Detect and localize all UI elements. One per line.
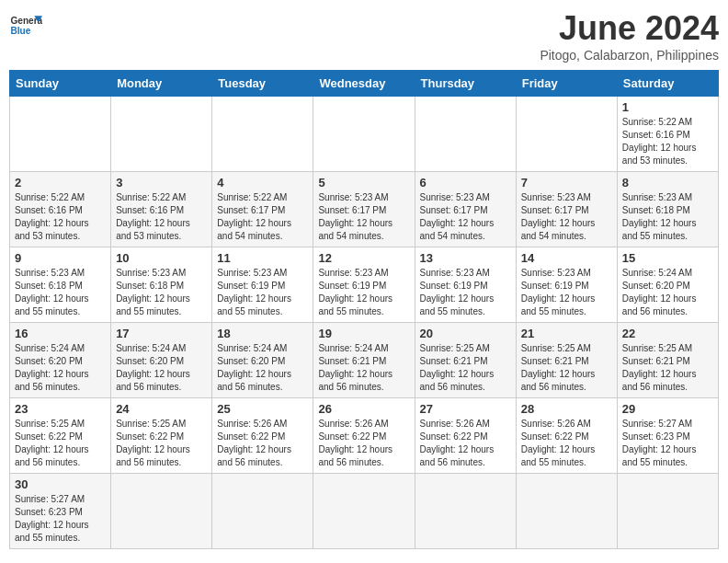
day-number: 16: [15, 327, 106, 340]
day-info: Sunrise: 5:23 AM Sunset: 6:17 PM Dayligh…: [420, 191, 511, 243]
calendar-cell: 27Sunrise: 5:26 AM Sunset: 6:22 PM Dayli…: [415, 398, 516, 474]
calendar-cell: 26Sunrise: 5:26 AM Sunset: 6:22 PM Dayli…: [313, 398, 415, 474]
title-area: June 2024 Pitogo, Calabarzon, Philippine…: [540, 9, 719, 63]
calendar-cell: [212, 97, 313, 172]
calendar-cell: 20Sunrise: 5:25 AM Sunset: 6:21 PM Dayli…: [415, 323, 516, 398]
calendar-cell: 29Sunrise: 5:27 AM Sunset: 6:23 PM Dayli…: [617, 398, 718, 474]
calendar-cell: [415, 97, 516, 172]
day-number: 18: [217, 327, 308, 340]
day-info: Sunrise: 5:24 AM Sunset: 6:20 PM Dayligh…: [217, 342, 308, 394]
day-info: Sunrise: 5:24 AM Sunset: 6:21 PM Dayligh…: [318, 342, 409, 394]
day-number: 7: [521, 176, 612, 190]
calendar-cell: 6Sunrise: 5:23 AM Sunset: 6:17 PM Daylig…: [415, 172, 516, 247]
day-number: 25: [217, 402, 308, 416]
day-info: Sunrise: 5:24 AM Sunset: 6:20 PM Dayligh…: [116, 342, 207, 394]
location-subtitle: Pitogo, Calabarzon, Philippines: [540, 48, 719, 63]
calendar-cell: 30Sunrise: 5:27 AM Sunset: 6:23 PM Dayli…: [10, 474, 111, 549]
day-info: Sunrise: 5:23 AM Sunset: 6:19 PM Dayligh…: [318, 267, 409, 318]
calendar-cell: [415, 474, 516, 549]
day-info: Sunrise: 5:22 AM Sunset: 6:16 PM Dayligh…: [622, 116, 713, 167]
day-info: Sunrise: 5:23 AM Sunset: 6:17 PM Dayligh…: [521, 191, 612, 243]
day-number: 23: [15, 402, 106, 416]
day-info: Sunrise: 5:22 AM Sunset: 6:16 PM Dayligh…: [116, 191, 207, 243]
day-info: Sunrise: 5:23 AM Sunset: 6:19 PM Dayligh…: [521, 267, 612, 318]
day-number: 26: [318, 402, 409, 416]
day-info: Sunrise: 5:27 AM Sunset: 6:23 PM Dayligh…: [622, 418, 713, 469]
day-number: 19: [318, 327, 409, 340]
day-number: 30: [15, 477, 106, 491]
calendar-week-row: 1Sunrise: 5:22 AM Sunset: 6:16 PM Daylig…: [10, 97, 719, 172]
generalblue-logo-icon: General Blue: [9, 9, 42, 42]
day-number: 9: [15, 251, 106, 265]
calendar-cell: [516, 474, 617, 549]
calendar-cell: 1Sunrise: 5:22 AM Sunset: 6:16 PM Daylig…: [617, 97, 718, 172]
day-number: 15: [622, 251, 713, 265]
calendar-cell: 5Sunrise: 5:23 AM Sunset: 6:17 PM Daylig…: [313, 172, 415, 247]
calendar-cell: 25Sunrise: 5:26 AM Sunset: 6:22 PM Dayli…: [212, 398, 313, 474]
calendar-cell: 23Sunrise: 5:25 AM Sunset: 6:22 PM Dayli…: [10, 398, 111, 474]
day-number: 4: [217, 176, 308, 190]
day-info: Sunrise: 5:23 AM Sunset: 6:18 PM Dayligh…: [116, 267, 207, 318]
day-info: Sunrise: 5:27 AM Sunset: 6:23 PM Dayligh…: [15, 493, 106, 545]
day-header-sunday: Sunday: [10, 71, 111, 97]
day-number: 6: [420, 176, 511, 190]
calendar-cell: [111, 97, 212, 172]
day-info: Sunrise: 5:24 AM Sunset: 6:20 PM Dayligh…: [15, 342, 106, 394]
calendar-cell: 28Sunrise: 5:26 AM Sunset: 6:22 PM Dayli…: [516, 398, 617, 474]
calendar-cell: 12Sunrise: 5:23 AM Sunset: 6:19 PM Dayli…: [313, 247, 415, 323]
calendar-cell: 11Sunrise: 5:23 AM Sunset: 6:19 PM Dayli…: [212, 247, 313, 323]
day-info: Sunrise: 5:23 AM Sunset: 6:19 PM Dayligh…: [420, 267, 511, 318]
day-info: Sunrise: 5:22 AM Sunset: 6:16 PM Dayligh…: [15, 191, 106, 243]
day-header-wednesday: Wednesday: [313, 71, 415, 97]
calendar-cell: 8Sunrise: 5:23 AM Sunset: 6:18 PM Daylig…: [617, 172, 718, 247]
calendar-cell: 22Sunrise: 5:25 AM Sunset: 6:21 PM Dayli…: [617, 323, 718, 398]
day-number: 3: [116, 176, 207, 190]
day-number: 2: [15, 176, 106, 190]
day-number: 28: [521, 402, 612, 416]
calendar-cell: 3Sunrise: 5:22 AM Sunset: 6:16 PM Daylig…: [111, 172, 212, 247]
header: General Blue June 2024 Pitogo, Calabarzo…: [9, 9, 719, 63]
calendar-header-row: SundayMondayTuesdayWednesdayThursdayFrid…: [10, 71, 719, 97]
day-header-monday: Monday: [111, 71, 212, 97]
day-number: 29: [622, 402, 713, 416]
day-number: 10: [116, 251, 207, 265]
day-number: 1: [622, 100, 713, 114]
calendar-cell: 24Sunrise: 5:25 AM Sunset: 6:22 PM Dayli…: [111, 398, 212, 474]
calendar-cell: [313, 474, 415, 549]
calendar-cell: 21Sunrise: 5:25 AM Sunset: 6:21 PM Dayli…: [516, 323, 617, 398]
calendar-cell: 17Sunrise: 5:24 AM Sunset: 6:20 PM Dayli…: [111, 323, 212, 398]
day-header-tuesday: Tuesday: [212, 71, 313, 97]
calendar-cell: 13Sunrise: 5:23 AM Sunset: 6:19 PM Dayli…: [415, 247, 516, 323]
calendar-cell: 7Sunrise: 5:23 AM Sunset: 6:17 PM Daylig…: [516, 172, 617, 247]
calendar-cell: [111, 474, 212, 549]
day-number: 14: [521, 251, 612, 265]
calendar-cell: 14Sunrise: 5:23 AM Sunset: 6:19 PM Dayli…: [516, 247, 617, 323]
day-info: Sunrise: 5:23 AM Sunset: 6:18 PM Dayligh…: [15, 267, 106, 318]
day-info: Sunrise: 5:26 AM Sunset: 6:22 PM Dayligh…: [217, 418, 308, 469]
day-info: Sunrise: 5:25 AM Sunset: 6:21 PM Dayligh…: [622, 342, 713, 394]
day-info: Sunrise: 5:25 AM Sunset: 6:22 PM Dayligh…: [116, 418, 207, 469]
calendar-cell: 9Sunrise: 5:23 AM Sunset: 6:18 PM Daylig…: [10, 247, 111, 323]
calendar-cell: [313, 97, 415, 172]
day-info: Sunrise: 5:26 AM Sunset: 6:22 PM Dayligh…: [318, 418, 409, 469]
calendar-week-row: 30Sunrise: 5:27 AM Sunset: 6:23 PM Dayli…: [10, 474, 719, 549]
calendar-cell: [617, 474, 718, 549]
calendar-cell: 15Sunrise: 5:24 AM Sunset: 6:20 PM Dayli…: [617, 247, 718, 323]
calendar-week-row: 9Sunrise: 5:23 AM Sunset: 6:18 PM Daylig…: [10, 247, 719, 323]
day-info: Sunrise: 5:25 AM Sunset: 6:22 PM Dayligh…: [15, 418, 106, 469]
day-info: Sunrise: 5:24 AM Sunset: 6:20 PM Dayligh…: [622, 267, 713, 318]
day-info: Sunrise: 5:26 AM Sunset: 6:22 PM Dayligh…: [521, 418, 612, 469]
calendar-cell: 4Sunrise: 5:22 AM Sunset: 6:17 PM Daylig…: [212, 172, 313, 247]
day-header-thursday: Thursday: [415, 71, 516, 97]
day-number: 20: [420, 327, 511, 340]
logo: General Blue: [9, 9, 42, 42]
day-number: 22: [622, 327, 713, 340]
calendar-cell: 16Sunrise: 5:24 AM Sunset: 6:20 PM Dayli…: [10, 323, 111, 398]
calendar-cell: 18Sunrise: 5:24 AM Sunset: 6:20 PM Dayli…: [212, 323, 313, 398]
day-info: Sunrise: 5:25 AM Sunset: 6:21 PM Dayligh…: [521, 342, 612, 394]
day-number: 21: [521, 327, 612, 340]
day-number: 12: [318, 251, 409, 265]
month-title: June 2024: [540, 9, 719, 48]
calendar-cell: 10Sunrise: 5:23 AM Sunset: 6:18 PM Dayli…: [111, 247, 212, 323]
calendar-cell: [10, 97, 111, 172]
